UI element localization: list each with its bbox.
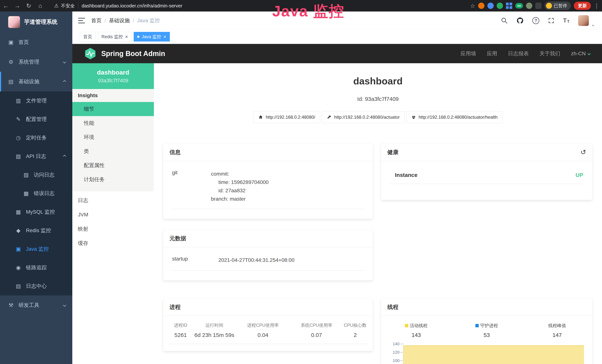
extension-icon[interactable] [478,3,484,9]
extension-grid-icon[interactable] [506,3,512,9]
sidebar-item-trace[interactable]: ◉ 链路追踪 [0,258,72,277]
access-log-icon: ▨ [23,172,30,178]
sba-item-config-props[interactable]: 配置属性 [72,158,154,172]
sidebar-item-system-mgmt[interactable]: ⚙ 系统管理 [0,52,72,72]
search-icon[interactable] [501,17,508,24]
security-chip[interactable]: ⚠ 不安全 [54,3,75,9]
sba-instance-header[interactable]: dashboard 93a3fc7f7409 [72,63,154,89]
close-icon[interactable]: × [125,34,128,39]
sba-main: dashboard Id: 93a3fc7f7409 http://192.16… [154,63,602,364]
sba-item-logs[interactable]: 日志 [72,193,154,207]
sba-item-scheduled-tasks[interactable]: 计划任务 [72,172,154,187]
status-badge: UP [575,172,583,178]
forward-icon[interactable]: → [11,2,23,9]
sba-nav-applications[interactable]: 应用 [487,50,497,57]
app-sidebar: 芋道管理系统 ▣ 首页 ⚙ 系统管理 ▤ 基础设施 ▥ 文件管理 ✎ 配置管理 … [0,11,72,364]
extension-icon[interactable] [497,3,503,9]
metadata-row: startup 2021-04-27T00:44:31.254+08:00 [172,247,364,270]
sidebar-item-home[interactable]: ▣ 首页 [0,32,72,52]
bookmark-star-icon[interactable]: ☆ [470,3,475,9]
extension-icon[interactable] [487,3,494,9]
app-title: 芋道管理系统 [24,18,57,26]
cell-value: 0.04 [258,332,268,338]
tab-redis-monitor[interactable]: Redis 监控 × [98,32,131,42]
back-icon[interactable]: ← [0,2,11,9]
sidebar-item-label: 系统管理 [19,58,39,65]
profile-paused-badge[interactable]: 已暂停 [545,1,571,10]
sidebar-item-log-center[interactable]: ▤ 日志中心 [0,277,72,295]
sba-nav-journal[interactable]: 日志报表 [508,50,529,57]
health-card: 健康 ↺ Instance UP [381,144,592,200]
sidebar-item-label: Java 监控 [26,246,49,253]
sba-locale-select[interactable]: zh-CN [571,51,590,57]
sidebar-item-api-logs[interactable]: ▧ API 日志 [0,147,72,166]
sba-nav-wallboard[interactable]: 应用墙 [461,50,476,57]
redis-icon: ◆ [15,227,22,234]
sidebar-item-error-logs[interactable]: ▩ 错误日志 [0,184,72,203]
instance-name: dashboard [97,69,129,76]
legend-label: 活动线程 [410,323,428,329]
health-url: http://192.168.0.2:48080/actuator/health [419,115,498,120]
sba-item-details[interactable]: 细节 [72,102,154,116]
service-url-button[interactable]: http://192.168.0.2:48080/ [253,111,320,123]
tick-mark [400,344,402,344]
sba-item-environment[interactable]: 环境 [72,130,154,144]
process-table: 进程ID 5261 运行时间 6d 23h 15m 59s 进程CPU使用率 0… [169,322,367,344]
user-avatar[interactable] [578,15,589,26]
chrome-update-button[interactable]: 更新 [574,2,591,10]
sba-item-caches[interactable]: 缓存 [72,236,154,250]
close-icon[interactable]: × [163,34,166,39]
sba-item-classes[interactable]: 类 [72,144,154,158]
info-git-row: git commit: time: 1596289704000 id: 27aa… [172,161,364,209]
threads-card: 线程 活动线程 143 守护进程 53 线程峰值 147 [381,299,592,364]
help-icon[interactable]: ? [532,17,539,24]
log-icon: ▧ [15,153,22,160]
browser-menu-icon[interactable]: ⋮ [594,3,599,9]
sidebar-item-infrastructure[interactable]: ▤ 基础设施 [0,72,72,91]
refresh-icon[interactable]: ↻ [23,2,34,9]
browser-home-icon[interactable]: ⌂ [34,2,46,9]
hamburger-icon[interactable] [77,17,86,25]
fullscreen-icon[interactable] [548,17,555,24]
actuator-url-button[interactable]: http://192.168.0.2:48080/actuator [322,111,405,123]
sba-nav-about[interactable]: 关于我们 [539,50,560,57]
sidebar-item-dev-tools[interactable]: ⚒ 研发工具 [0,295,72,315]
tab-label: 首页 [83,34,92,40]
breadcrumb-section[interactable]: 基础设施 [109,17,130,24]
sidebar-item-access-logs[interactable]: ▨ 访问日志 [0,166,72,184]
sba-item-jvm[interactable]: JVM [72,207,154,222]
breadcrumb-home[interactable]: 首页 [91,17,102,24]
sidebar-item-mysql-monitor[interactable]: ▦ MySQL 监控 [0,203,72,221]
extension-leaf-icon[interactable] [526,3,532,9]
sidebar-item-label: 研发工具 [19,302,39,309]
app-logo-row: 芋道管理系统 [0,11,72,32]
extensions-puzzle-icon[interactable] [535,3,542,9]
extension-on-icon[interactable]: on [515,3,523,9]
metadata-key: startup [172,256,218,264]
sba-brand[interactable]: Spring Boot Admin [84,47,165,60]
sidebar-item-file-mgmt[interactable]: ▥ 文件管理 [0,91,72,110]
sidebar-item-scheduled-tasks[interactable]: ◷ 定时任务 [0,128,72,147]
tab-home[interactable]: 首页 [80,32,96,42]
tab-label: Java 监控 [142,34,161,40]
tools-icon: ⚒ [7,302,14,308]
history-icon[interactable]: ↺ [580,148,586,156]
tick-mark [400,352,402,353]
sba-item-metrics[interactable]: 性能 [72,116,154,130]
metadata-value: 2021-04-27T00:44:31.254+08:00 [218,256,294,264]
address-url[interactable]: dashboard.yudao.iocoder.cn/infra/admin-s… [82,3,182,9]
column-header: 运行时间 [205,322,223,328]
sidebar-item-redis-monitor[interactable]: ◆ Redis 监控 [0,221,72,240]
chevron-down-icon[interactable] [592,24,594,26]
threads-legend: 活动线程 143 守护进程 53 线程峰值 147 [381,323,592,338]
tab-java-monitor[interactable]: Java 监控 × [134,32,170,42]
health-url-button[interactable]: http://192.168.0.2:48080/actuator/health [406,111,503,123]
cell-value: 6d 23h 15m 59s [194,332,234,338]
chevron-down-icon [63,304,66,307]
sba-item-mappings[interactable]: 映射 [72,222,154,236]
font-size-icon[interactable]: T T [563,17,570,24]
sidebar-item-java-monitor[interactable]: ▣ Java 监控 [0,240,72,258]
security-label: 不安全 [61,3,75,9]
sidebar-item-config-mgmt[interactable]: ✎ 配置管理 [0,110,72,128]
github-icon[interactable] [516,17,524,24]
